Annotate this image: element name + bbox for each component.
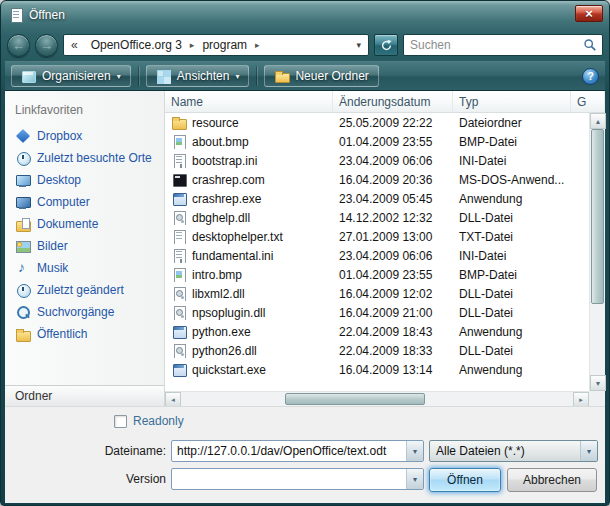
file-date: 27.01.2009 13:00 — [333, 230, 453, 244]
sidebar-item-computer[interactable]: Computer — [5, 191, 164, 213]
back-button[interactable]: ← — [7, 34, 30, 57]
folder-icon — [171, 116, 187, 130]
version-label: Version — [5, 472, 166, 486]
sidebar-item-recent-places[interactable]: Zuletzt besuchte Orte — [5, 147, 164, 169]
file-type: Anwendung — [453, 363, 571, 377]
breadcrumb-separator-icon[interactable]: ▸ — [188, 40, 197, 50]
file-row[interactable]: desktophelper.txt 27.01.2009 13:00 TXT-D… — [165, 227, 589, 246]
file-name-cell: bootstrap.ini — [165, 154, 333, 168]
file-row[interactable]: intro.bmp 01.04.2009 23:55 BMP-Datei — [165, 265, 589, 284]
file-row[interactable]: crashrep.com 16.04.2009 20:36 MS-DOS-Anw… — [165, 170, 589, 189]
refresh-button[interactable] — [374, 34, 398, 56]
file-name-cell: crashrep.com — [165, 173, 333, 187]
forward-button[interactable]: → — [35, 34, 58, 57]
breadcrumb-item-program[interactable]: program — [196, 38, 253, 52]
file-date: 22.04.2009 18:33 — [333, 344, 453, 358]
file-name: crashrep.exe — [192, 192, 261, 206]
file-type: DLL-Datei — [453, 344, 571, 358]
sidebar-item-music[interactable]: Musik — [5, 257, 164, 279]
file-row[interactable]: quickstart.exe 16.04.2009 13:14 Anwendun… — [165, 360, 589, 379]
searches-icon — [15, 305, 31, 320]
text-file-icon — [171, 230, 187, 244]
scroll-left-button[interactable]: ◂ — [165, 392, 181, 407]
search-input[interactable] — [404, 38, 583, 52]
breadcrumb-overflow-chevron[interactable]: « — [64, 38, 85, 52]
folders-expander-bar[interactable]: Ordner — [5, 385, 164, 406]
chevron-down-icon: ▾ — [587, 447, 591, 456]
filename-input[interactable] — [172, 444, 406, 458]
sidebar-item-documents[interactable]: Dokumente — [5, 213, 164, 235]
organize-button[interactable]: Organisieren ▾ — [11, 65, 131, 87]
open-button[interactable]: Öffnen — [429, 468, 501, 492]
music-icon — [15, 261, 31, 276]
file-row[interactable]: libxml2.dll 16.04.2009 12:02 DLL-Datei — [165, 284, 589, 303]
dos-application-icon — [171, 173, 187, 187]
horizontal-scroll-thumb[interactable] — [285, 393, 425, 405]
sidebar-item-dropbox[interactable]: Dropbox — [5, 125, 164, 147]
scroll-right-icon: ▸ — [579, 396, 583, 404]
new-folder-button[interactable]: Neuer Ordner — [264, 65, 378, 87]
sidebar-item-desktop[interactable]: Desktop — [5, 169, 164, 191]
file-row[interactable]: bootstrap.ini 23.04.2009 06:06 INI-Datei — [165, 151, 589, 170]
dll-file-icon — [171, 344, 187, 358]
close-button[interactable]: × — [575, 5, 603, 22]
file-row[interactable]: python.exe 22.04.2009 18:43 Anwendung — [165, 322, 589, 341]
horizontal-scroll-track[interactable] — [181, 392, 573, 406]
file-row[interactable]: npsoplugin.dll 16.04.2009 21:00 DLL-Date… — [165, 303, 589, 322]
file-row[interactable]: resource 25.05.2009 22:22 Dateiordner — [165, 113, 589, 132]
sidebar-item-public[interactable]: Öffentlich — [5, 323, 164, 345]
readonly-checkbox[interactable] — [114, 415, 127, 428]
version-dropdown-button[interactable]: ▾ — [406, 469, 423, 489]
dll-file-icon — [171, 211, 187, 225]
file-date: 01.04.2009 23:55 — [333, 135, 453, 149]
file-row[interactable]: dbghelp.dll 14.12.2002 12:32 DLL-Datei — [165, 208, 589, 227]
titlebar[interactable]: Öffnen × — [1, 1, 609, 29]
vertical-scroll-thumb[interactable] — [591, 129, 604, 304]
file-date: 22.04.2009 18:43 — [333, 325, 453, 339]
file-name-cell: about.bmp — [165, 135, 333, 149]
breadcrumb-item-openoffice[interactable]: OpenOffice.org 3 — [85, 38, 188, 52]
column-header-size[interactable]: G — [571, 91, 605, 112]
cancel-button[interactable]: Abbrechen — [507, 468, 597, 492]
search-icon[interactable] — [583, 38, 597, 52]
file-date: 16.04.2009 12:02 — [333, 287, 453, 301]
file-date: 16.04.2009 13:14 — [333, 363, 453, 377]
file-row[interactable]: about.bmp 01.04.2009 23:55 BMP-Datei — [165, 132, 589, 151]
document-icon — [9, 8, 23, 22]
file-name-cell: dbghelp.dll — [165, 211, 333, 225]
sidebar-item-searches[interactable]: Suchvorgänge — [5, 301, 164, 323]
back-arrow-icon: ← — [12, 39, 25, 52]
file-type: Dateiordner — [453, 116, 571, 130]
file-type: INI-Datei — [453, 249, 571, 263]
column-header-date[interactable]: Änderungsdatum — [333, 91, 453, 112]
vertical-scrollbar[interactable]: ▲ ▼ — [589, 113, 605, 391]
filetype-dropdown-button[interactable]: ▾ — [580, 441, 597, 461]
application-icon — [171, 363, 187, 377]
file-row[interactable]: crashrep.exe 23.04.2009 05:45 Anwendung — [165, 189, 589, 208]
views-button[interactable]: Ansichten ▾ — [146, 65, 250, 87]
column-header-type[interactable]: Typ — [453, 91, 571, 112]
scroll-down-button[interactable]: ▼ — [590, 375, 606, 391]
horizontal-scrollbar[interactable]: ◂ ▸ — [165, 391, 589, 406]
column-header-name[interactable]: Name — [165, 91, 333, 112]
file-type: BMP-Datei — [453, 135, 571, 149]
sidebar-item-recent-changes[interactable]: Zuletzt geändert — [5, 279, 164, 301]
file-row[interactable]: fundamental.ini 23.04.2009 06:06 INI-Dat… — [165, 246, 589, 265]
help-button[interactable]: ? — [582, 68, 599, 85]
version-combobox[interactable]: ▾ — [171, 468, 424, 490]
sidebar-item-label: Desktop — [37, 173, 81, 187]
breadcrumb-dropdown-icon[interactable]: ▾ — [349, 40, 368, 50]
list-header: Name Änderungsdatum Typ G — [165, 91, 605, 113]
scroll-right-button[interactable]: ▸ — [573, 392, 589, 407]
filename-dropdown-button[interactable]: ▾ — [406, 441, 423, 461]
file-name: desktophelper.txt — [192, 230, 283, 244]
file-row[interactable]: python26.dll 22.04.2009 18:33 DLL-Datei — [165, 341, 589, 360]
recent-changes-icon — [15, 283, 31, 298]
filetype-combobox[interactable]: Alle Dateien (*.*) ▾ — [429, 440, 598, 462]
breadcrumb-separator-icon[interactable]: ▸ — [253, 40, 262, 50]
file-name: about.bmp — [192, 135, 249, 149]
sidebar-item-pictures[interactable]: Bilder — [5, 235, 164, 257]
readonly-label[interactable]: Readonly — [133, 414, 184, 428]
pictures-icon — [15, 239, 31, 254]
scroll-up-button[interactable]: ▲ — [590, 113, 606, 129]
